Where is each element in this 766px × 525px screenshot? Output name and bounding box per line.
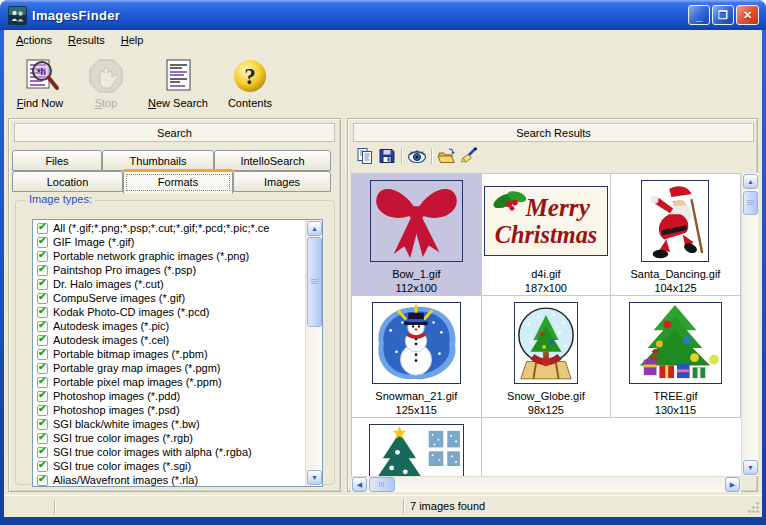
scroll-down-icon[interactable]: ▼	[307, 470, 322, 485]
app-window: ImagesFinder _ ❐ ✕ Actions Results Help …	[0, 0, 766, 525]
close-button[interactable]: ✕	[736, 5, 759, 25]
save-button[interactable]	[376, 146, 398, 166]
results-panel-header: Search Results	[353, 123, 754, 142]
format-item[interactable]: Portable pixel map images (*.ppm)	[34, 375, 305, 389]
scroll-right-icon[interactable]: ▶	[725, 477, 740, 492]
result-thumbnail-snow-globe[interactable]: Snow_Globe.gif 98x125	[482, 296, 612, 418]
checkbox-checked-icon[interactable]	[37, 433, 48, 444]
maximize-button[interactable]: ❐	[712, 5, 734, 25]
find-now-label: Find Now	[17, 97, 63, 109]
result-thumbnail-santa[interactable]: Santa_Dancing.gif 104x125	[611, 174, 741, 296]
result-thumbnail-bow[interactable]: Bow_1.gif 112x100	[352, 174, 482, 296]
checkbox-checked-icon[interactable]	[37, 251, 48, 262]
checkbox-checked-icon[interactable]	[37, 447, 48, 458]
tab-row-1: Files Thumbnails IntelloSearch	[12, 150, 331, 171]
format-item[interactable]: Paintshop Pro images (*.psp)	[34, 263, 305, 277]
checkbox-checked-icon[interactable]	[37, 265, 48, 276]
save-icon	[378, 147, 396, 165]
menu-results[interactable]: Results	[60, 32, 113, 48]
format-item[interactable]: All (*.gif;*.png;*.psp;*.cut;*.gif;*.pcd…	[34, 221, 305, 235]
maximize-icon: ❐	[718, 9, 728, 22]
checkbox-checked-icon[interactable]	[37, 363, 48, 374]
menubar: Actions Results Help	[4, 30, 762, 49]
thumbnail-art-dancing-santa	[641, 180, 709, 262]
result-thumbnail-partial[interactable]	[352, 418, 482, 476]
titlebar[interactable]: ImagesFinder _ ❐ ✕	[0, 0, 766, 30]
checkbox-checked-icon[interactable]	[37, 377, 48, 388]
format-item[interactable]: Alias/Wavefront images (*.rla)	[34, 473, 305, 487]
results-vertical-scrollbar[interactable]: ▲ ▼	[741, 173, 758, 476]
scrollbar-thumb[interactable]	[369, 477, 395, 492]
format-item[interactable]: Portable network graphic images (*.png)	[34, 249, 305, 263]
format-item[interactable]: Photoshop images (*.psd)	[34, 403, 305, 417]
thumbnail-art-merry-christmas: Merry Christmas	[484, 186, 608, 256]
tab-location[interactable]: Location	[12, 171, 123, 192]
format-item[interactable]: Autodesk images (*.cel)	[34, 333, 305, 347]
scrollbar-thumb[interactable]	[307, 237, 322, 327]
minimize-button[interactable]: _	[688, 5, 710, 25]
checkbox-checked-icon[interactable]	[37, 335, 48, 346]
scroll-down-icon[interactable]: ▼	[743, 460, 758, 475]
scroll-left-icon[interactable]: ◀	[352, 477, 367, 492]
checkbox-checked-icon[interactable]	[37, 293, 48, 304]
app-icon	[8, 6, 27, 25]
format-item[interactable]: SGI true color images (*.sgi)	[34, 459, 305, 473]
stop-button[interactable]: Stop	[78, 55, 134, 111]
main-toolbar: *h Find Now Stop	[4, 49, 762, 117]
checkbox-checked-icon[interactable]	[37, 461, 48, 472]
format-item[interactable]: Autodesk images (*.pic)	[34, 319, 305, 333]
format-item[interactable]: SGI black/white images (*.bw)	[34, 417, 305, 431]
formats-list-scrollbar[interactable]: ▲ ▼	[305, 220, 322, 486]
open-folder-icon	[437, 147, 457, 165]
format-item[interactable]: CompuServe images (*.gif)	[34, 291, 305, 305]
thumbnail-name: TREE.gif	[653, 389, 697, 403]
close-icon: ✕	[743, 9, 752, 22]
menu-help[interactable]: Help	[113, 32, 152, 48]
new-search-button[interactable]: New Search	[144, 55, 212, 111]
tab-thumbnails[interactable]: Thumbnails	[102, 150, 214, 171]
checkbox-checked-icon[interactable]	[37, 419, 48, 430]
format-item[interactable]: Portable gray map images (*.pgm)	[34, 361, 305, 375]
checkbox-checked-icon[interactable]	[37, 349, 48, 360]
image-types-label: Image types:	[26, 193, 95, 205]
menu-actions[interactable]: Actions	[8, 32, 60, 48]
format-item[interactable]: SGI true color images with alpha (*.rgba…	[34, 445, 305, 459]
copy-icon	[356, 147, 374, 165]
checkbox-checked-icon[interactable]	[37, 391, 48, 402]
preview-button[interactable]	[406, 146, 428, 166]
checkbox-checked-icon[interactable]	[37, 307, 48, 318]
format-item[interactable]: SGI true color images (*.rgb)	[34, 431, 305, 445]
copy-button[interactable]	[354, 146, 376, 166]
result-thumbnail-merry-christmas[interactable]: Merry Christmas d4i.gif 187x100	[482, 174, 612, 296]
format-item[interactable]: GIF Image (*.gif)	[34, 235, 305, 249]
result-thumbnail-snowman[interactable]: Snowman_21.gif 125x115	[352, 296, 482, 418]
result-thumbnail-tree[interactable]: TREE.gif 130x115	[611, 296, 741, 418]
clear-brush-icon	[459, 147, 479, 165]
checkbox-checked-icon[interactable]	[37, 279, 48, 290]
format-item[interactable]: Kodak Photo-CD images (*.pcd)	[34, 305, 305, 319]
resize-grip[interactable]	[747, 501, 760, 514]
checkbox-checked-icon[interactable]	[37, 475, 48, 486]
format-item[interactable]: Dr. Halo images (*.cut)	[34, 277, 305, 291]
results-horizontal-scrollbar[interactable]: ◀ ▶	[351, 476, 741, 492]
contents-button[interactable]: ? Contents	[222, 55, 278, 111]
scrollbar-thumb[interactable]	[743, 191, 758, 215]
clear-button[interactable]	[458, 146, 480, 166]
open-button[interactable]	[436, 146, 458, 166]
tab-formats[interactable]: Formats	[123, 169, 233, 194]
checkbox-checked-icon[interactable]	[37, 223, 48, 234]
tab-intellosearch[interactable]: IntelloSearch	[214, 150, 331, 171]
format-item[interactable]: Portable bitmap images (*.pbm)	[34, 347, 305, 361]
find-now-button[interactable]: *h Find Now	[12, 55, 68, 111]
checkbox-checked-icon[interactable]	[37, 405, 48, 416]
scroll-up-icon[interactable]: ▲	[307, 221, 322, 236]
scroll-up-icon[interactable]: ▲	[743, 174, 758, 189]
format-item[interactable]: Photoshop images (*.pdd)	[34, 389, 305, 403]
thumbnail-size: 104x125	[654, 281, 696, 295]
tab-files[interactable]: Files	[12, 150, 102, 171]
thumbnail-area	[372, 296, 461, 389]
checkbox-checked-icon[interactable]	[37, 237, 48, 248]
tab-images[interactable]: Images	[233, 171, 331, 192]
thumbnail-grid: Bow_1.gif 112x100 Merry Christmas d4i.gi	[351, 173, 741, 476]
checkbox-checked-icon[interactable]	[37, 321, 48, 332]
